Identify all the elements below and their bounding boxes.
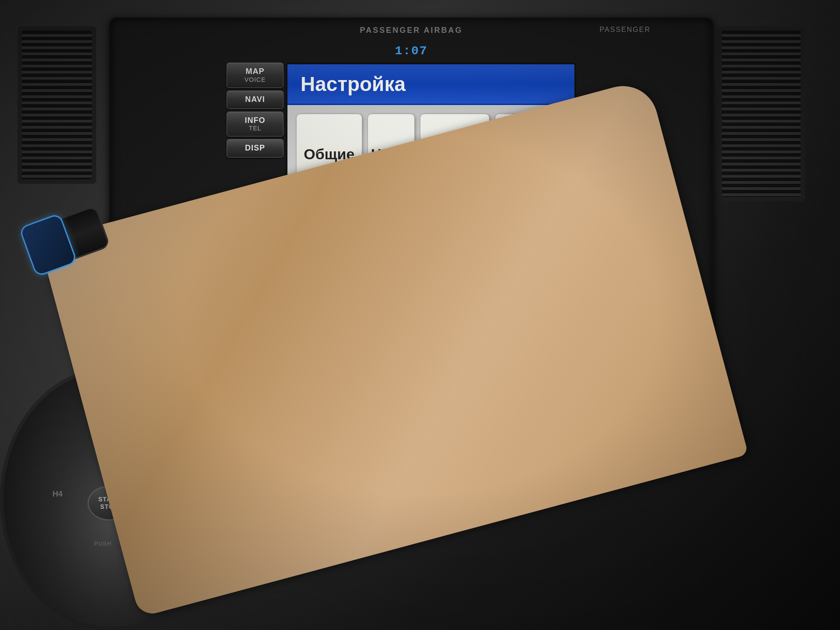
h4-label: H4 [52,490,63,499]
push-label: PUSH [94,540,112,547]
map-label: MAP [231,67,280,76]
right-air-vent [718,26,805,201]
navi-button[interactable]: NAVI [227,91,284,109]
map-voice-button[interactable]: MAP VOICE [227,63,284,88]
info-label: INFO [231,116,280,125]
left-air-vent [18,26,96,184]
passenger-airbag-label: PASSENGER AIRBAG [360,26,462,35]
info-tel-button[interactable]: INFO TEL [227,112,284,137]
left-controls-panel: MAP VOICE NAVI INFO TEL DISP [227,63,284,158]
screen-header: Настройка [287,64,574,105]
navi-label: NAVI [231,95,280,104]
screen-title: Настройка [301,72,561,96]
voice-label: VOICE [231,76,280,83]
car-interior: PASSENGER AIRBAG PASSENGER 1:07 MAP VOIC… [0,0,840,630]
tel-label: TEL [231,125,280,132]
disp-button[interactable]: DISP [227,139,284,158]
clock-display: 1:07 [395,44,427,58]
disp-label: DISP [231,144,280,153]
passenger-label: PASSENGER [600,26,651,34]
